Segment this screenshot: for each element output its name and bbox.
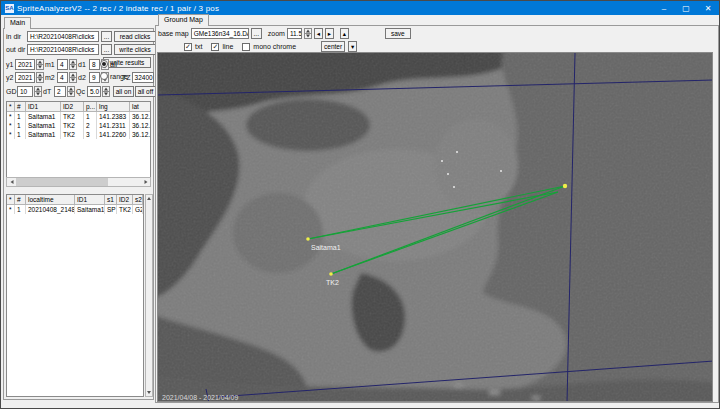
base-map-input[interactable]: GMe136n34_16.DAT bbox=[191, 28, 249, 39]
records-table[interactable]: * # localtime ID1 s1 ID2 s2 * 1 20210408… bbox=[6, 194, 144, 397]
cell: Saitama1 bbox=[75, 205, 105, 214]
d1-input[interactable]: 8 bbox=[89, 59, 100, 70]
col-header[interactable]: lat bbox=[130, 102, 151, 111]
spin-down-icon[interactable] bbox=[36, 78, 44, 83]
qc-spinner[interactable] bbox=[102, 86, 110, 97]
tz-input[interactable]: 32400 bbox=[132, 72, 154, 83]
col-header[interactable]: # bbox=[15, 195, 26, 204]
table-row[interactable]: * 1 Saitama1 TK2 1 141.2383 36.12... bbox=[7, 112, 150, 121]
spin-down-icon[interactable] bbox=[67, 92, 75, 97]
all-off-button[interactable]: all off bbox=[135, 86, 156, 97]
cell: 141.2311 bbox=[97, 121, 130, 130]
ground-map-canvas[interactable]: Saitama1 TK2 2021/04/08 - 2021/04/09 bbox=[157, 52, 713, 402]
spin-down-icon[interactable] bbox=[69, 65, 77, 70]
all-on-button[interactable]: all on bbox=[113, 86, 134, 97]
position-marker[interactable] bbox=[563, 184, 567, 188]
titlebar: SA SpriteAnalyzerV2 -- 2 rec / 2 indate … bbox=[1, 1, 719, 15]
m2-input[interactable]: 4 bbox=[57, 72, 68, 83]
out-dir-input[interactable]: H:\R20210408R\clicks bbox=[27, 44, 99, 55]
cell: 1 bbox=[15, 121, 26, 130]
col-header[interactable]: s2 bbox=[133, 195, 143, 204]
col-header[interactable]: ID2 bbox=[61, 102, 84, 111]
m2-label: m2 bbox=[45, 74, 56, 81]
table-row[interactable]: * 1 20210408_2148... Saitama1 SP TK2 G2 bbox=[7, 205, 143, 214]
gd-spinner[interactable] bbox=[34, 86, 42, 97]
cell: 36.12... bbox=[130, 121, 151, 130]
y1-spinner[interactable] bbox=[36, 59, 44, 70]
scroll-down-icon[interactable] bbox=[147, 391, 151, 394]
col-header[interactable]: ID1 bbox=[75, 195, 105, 204]
pan-left-button[interactable]: ◂ bbox=[314, 28, 323, 39]
out-dir-label: out dir bbox=[6, 46, 25, 53]
tab-main[interactable]: Main bbox=[4, 17, 31, 29]
in-dir-input[interactable]: H:\R20210408R\clicks bbox=[27, 31, 99, 42]
y1-label: y1 bbox=[6, 61, 14, 68]
cell: TK2 bbox=[61, 130, 84, 139]
qc-input[interactable]: 5.0 bbox=[87, 86, 101, 97]
in-dir-browse-button[interactable]: ... bbox=[101, 31, 112, 42]
radio-all[interactable] bbox=[100, 60, 108, 68]
col-header[interactable]: lng bbox=[97, 102, 130, 111]
gd-input[interactable]: 10 bbox=[17, 86, 33, 97]
out-dir-browse-button[interactable]: ... bbox=[101, 44, 112, 55]
pan-up-button[interactable]: ▴ bbox=[340, 28, 349, 39]
positions-table[interactable]: * # ID1 ID2 p... lng lat * 1 Saitama1 TK… bbox=[6, 101, 151, 187]
records-table-header[interactable]: * # localtime ID1 s1 ID2 s2 bbox=[7, 195, 143, 205]
close-button[interactable]: ✕ bbox=[697, 1, 719, 15]
zoom-spinner[interactable] bbox=[304, 28, 312, 39]
col-header[interactable]: * bbox=[7, 195, 15, 204]
radio-range[interactable] bbox=[100, 72, 108, 80]
m2-spinner[interactable] bbox=[69, 72, 77, 83]
positions-table-hscrollbar[interactable] bbox=[6, 177, 151, 187]
spin-down-icon[interactable] bbox=[102, 92, 110, 97]
m1-input[interactable]: 4 bbox=[57, 59, 68, 70]
records-table-vscrollbar[interactable] bbox=[145, 194, 153, 397]
col-header[interactable]: p... bbox=[84, 102, 97, 111]
tab-ground-map[interactable]: Ground Map bbox=[158, 14, 209, 26]
positions-table-header[interactable]: * # ID1 ID2 p... lng lat bbox=[7, 102, 150, 112]
spin-down-icon[interactable] bbox=[34, 92, 42, 97]
d2-input[interactable]: 9 bbox=[89, 72, 100, 83]
y2-input[interactable]: 2021 bbox=[15, 72, 35, 83]
spin-down-icon[interactable] bbox=[36, 65, 44, 70]
zoom-input[interactable]: 11.5 bbox=[287, 28, 302, 39]
line-checkbox[interactable] bbox=[211, 43, 219, 51]
d1-label: d1 bbox=[78, 61, 88, 68]
col-header[interactable]: * bbox=[7, 102, 15, 111]
txt-checkbox[interactable] bbox=[184, 43, 192, 51]
spin-down-icon[interactable] bbox=[69, 78, 77, 83]
cell: 36.12... bbox=[130, 112, 151, 121]
col-header[interactable]: ID2 bbox=[117, 195, 133, 204]
cell: 36.12... bbox=[130, 130, 151, 139]
scroll-up-icon[interactable] bbox=[147, 197, 151, 200]
col-header[interactable]: s1 bbox=[105, 195, 117, 204]
dt-spinner[interactable] bbox=[67, 86, 75, 97]
col-header[interactable]: ID1 bbox=[26, 102, 61, 111]
table-row[interactable]: * 1 Saitama1 TK2 3 141.2260 36.12... bbox=[7, 130, 150, 139]
maximize-button[interactable]: ▢ bbox=[675, 1, 697, 15]
mono-chrome-checkbox[interactable] bbox=[242, 43, 250, 51]
y1-input[interactable]: 2021 bbox=[15, 59, 35, 70]
scroll-left-icon[interactable] bbox=[7, 178, 16, 186]
save-button[interactable]: save bbox=[385, 28, 411, 39]
scrollbar-thumb[interactable] bbox=[16, 178, 108, 186]
base-map-label: base map bbox=[158, 30, 189, 37]
pan-down-button[interactable]: ▾ bbox=[348, 41, 357, 52]
m1-spinner[interactable] bbox=[69, 59, 77, 70]
y2-spinner[interactable] bbox=[36, 72, 44, 83]
base-map-browse-button[interactable]: ... bbox=[251, 28, 262, 39]
center-button[interactable]: center bbox=[321, 41, 345, 52]
dt-input[interactable]: 2 bbox=[54, 86, 66, 97]
write-clicks-button[interactable]: write clicks bbox=[114, 44, 156, 55]
col-header[interactable]: # bbox=[15, 102, 26, 111]
table-row[interactable]: * 1 Saitama1 TK2 2 141.2311 36.12... bbox=[7, 121, 150, 130]
scroll-right-icon[interactable] bbox=[141, 178, 150, 186]
minimize-button[interactable]: – bbox=[653, 1, 675, 15]
col-header[interactable]: localtime bbox=[26, 195, 75, 204]
read-clicks-button[interactable]: read clicks bbox=[114, 31, 156, 42]
station1-marker[interactable] bbox=[306, 237, 310, 241]
station2-marker[interactable] bbox=[329, 272, 333, 276]
spin-down-icon[interactable] bbox=[304, 34, 312, 39]
cell: 1 bbox=[15, 112, 26, 121]
pan-right-button[interactable]: ▸ bbox=[325, 28, 334, 39]
